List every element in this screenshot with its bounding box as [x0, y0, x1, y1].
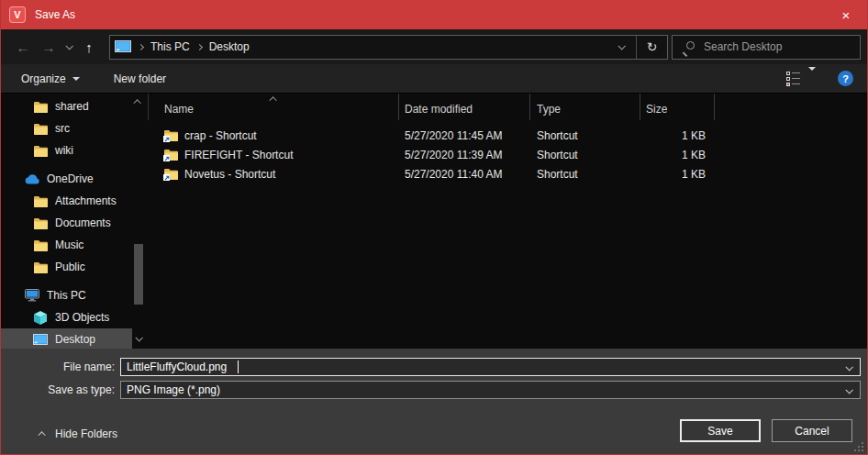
text-caret	[238, 361, 239, 373]
date-modified-cell: 5/27/2020 11:40 AM	[398, 168, 529, 181]
new-folder-button[interactable]: New folder	[114, 72, 166, 85]
sidebar-item-3d-objects[interactable]: 3D Objects	[1, 306, 148, 328]
file-name-cell: crap - Shortcut	[148, 129, 398, 142]
type-cell: Shortcut	[529, 168, 640, 181]
sidebar-spacer	[1, 161, 148, 168]
folder-icon	[33, 123, 48, 135]
sidebar-item-label: wiki	[55, 144, 73, 157]
folder-shortcut-icon	[164, 149, 178, 161]
scrollbar-thumb[interactable]	[134, 244, 143, 305]
sidebar-item-onedrive[interactable]: OneDrive	[1, 168, 148, 190]
titlebar: V Save As ×	[1, 0, 867, 29]
table-row[interactable]: Novetus - Shortcut5/27/2020 11:40 AMShor…	[148, 164, 867, 183]
breadcrumb: This PC Desktop	[110, 40, 606, 53]
scroll-up-icon[interactable]	[133, 99, 140, 106]
search-icon	[683, 41, 695, 53]
sidebar-item-label: Public	[55, 261, 85, 273]
sidebar-item-attachments[interactable]: Attachments	[1, 190, 148, 212]
triangle-down-icon	[808, 67, 816, 86]
sidebar-scrollbar[interactable]	[133, 94, 145, 349]
navigation-bar: ← → ↑ This PC Desktop ↻	[1, 29, 867, 64]
hide-folders-label: Hide Folders	[55, 427, 117, 440]
hide-folders-button[interactable]: Hide Folders	[40, 427, 117, 440]
shortcut-arrow-icon	[163, 174, 170, 181]
scroll-down-icon[interactable]	[135, 334, 142, 341]
sidebar-item-music[interactable]: Music	[1, 234, 148, 256]
vivaldi-app-icon: V	[9, 6, 26, 23]
chevron-down-icon[interactable]	[845, 363, 852, 371]
sidebar-item-label: Documents	[55, 216, 111, 229]
shortcut-arrow-icon	[163, 155, 170, 161]
refresh-button[interactable]: ↻	[637, 36, 667, 59]
file-rows: crap - Shortcut5/27/2020 11:45 AMShortcu…	[148, 126, 867, 183]
sidebar-item-documents[interactable]: Documents	[1, 212, 148, 234]
chevron-down-icon[interactable]	[845, 386, 852, 394]
type-cell: Shortcut	[529, 129, 640, 142]
chevron-down-icon	[65, 42, 72, 50]
triangle-down-icon	[72, 77, 80, 81]
table-row[interactable]: FIREFIGHT - Shortcut5/27/2020 11:39 AMSh…	[148, 145, 867, 164]
size-cell: 1 KB	[640, 129, 714, 142]
help-button[interactable]: ?	[838, 71, 853, 86]
command-toolbar: Organize New folder ?	[1, 64, 867, 94]
sidebar-item-public[interactable]: Public	[1, 256, 148, 278]
search-placeholder: Search Desktop	[704, 40, 782, 53]
save-button[interactable]: Save	[680, 419, 761, 442]
organize-button[interactable]: Organize	[21, 72, 80, 85]
close-button[interactable]: ×	[825, 0, 867, 29]
file-list: Name Date modified Type Size crap - Shor…	[148, 94, 867, 349]
new-folder-label: New folder	[114, 72, 166, 85]
save-as-dialog: V Save As × ← → ↑ This PC Desktop	[0, 0, 868, 455]
chevron-right-icon	[196, 43, 203, 50]
folder-icon	[33, 145, 48, 157]
cancel-button[interactable]: Cancel	[772, 419, 852, 442]
resize-grip[interactable]	[854, 442, 864, 452]
navigation-pane: sharedsrcwikiOneDriveAttachmentsDocument…	[1, 94, 148, 349]
sidebar-item-label: Attachments	[55, 194, 117, 207]
sidebar-item-desktop[interactable]: Desktop	[1, 328, 132, 349]
sidebar-item-label: Music	[55, 239, 83, 251]
folder-icon	[33, 217, 48, 229]
sidebar-item-this-pc[interactable]: This PC	[1, 284, 148, 306]
pc-icon	[25, 289, 39, 302]
file-name-text: crap - Shortcut	[184, 129, 257, 142]
column-header-type[interactable]: Type	[530, 94, 640, 120]
search-input[interactable]: Search Desktop	[672, 35, 861, 60]
chevron-right-icon	[138, 43, 144, 50]
save-as-type-select[interactable]: PNG Image (*.png)	[120, 381, 861, 399]
folder-icon	[33, 195, 48, 207]
file-name-input[interactable]: LittleFluffyCloud.png	[120, 358, 861, 376]
window-title: Save As	[35, 8, 75, 21]
column-header-size[interactable]: Size	[640, 94, 715, 120]
recent-locations-button[interactable]	[61, 44, 76, 50]
sidebar-item-label: shared	[55, 100, 89, 113]
file-name-text: FIREFIGHT - Shortcut	[184, 149, 293, 161]
file-name-row: File name: LittleFluffyCloud.png	[1, 358, 867, 376]
table-row[interactable]: crap - Shortcut5/27/2020 11:45 AMShortcu…	[148, 126, 867, 145]
save-fields: File name: LittleFluffyCloud.png Save as…	[1, 349, 867, 414]
address-dropdown-button[interactable]	[606, 36, 636, 59]
sidebar-spacer	[1, 278, 148, 284]
save-as-type-value: PNG Image (*.png)	[127, 383, 220, 396]
file-name-label: File name:	[1, 361, 120, 373]
address-bar[interactable]: This PC Desktop ↻	[109, 35, 668, 60]
back-button[interactable]: ←	[10, 40, 36, 54]
chevron-down-icon	[618, 42, 625, 50]
breadcrumb-this-pc[interactable]: This PC	[150, 40, 190, 53]
folder-icon	[33, 261, 48, 273]
sidebar-item-src[interactable]: src	[1, 117, 148, 139]
column-header-date-modified[interactable]: Date modified	[399, 94, 530, 120]
sidebar-item-shared[interactable]: shared	[1, 95, 148, 117]
file-list-header: Name Date modified Type Size	[148, 94, 867, 120]
breadcrumb-desktop[interactable]: Desktop	[209, 40, 250, 53]
folder-icon	[33, 239, 48, 251]
sidebar-item-wiki[interactable]: wiki	[1, 139, 148, 161]
details-view-icon[interactable]	[786, 72, 800, 86]
up-button[interactable]: ↑	[76, 40, 102, 54]
views-dropdown-button[interactable]	[808, 71, 816, 87]
forward-button[interactable]: →	[36, 40, 61, 54]
dialog-footer: Hide Folders Save Cancel	[1, 414, 867, 454]
save-as-type-label: Save as type:	[1, 383, 120, 396]
sidebar-item-label: Desktop	[55, 333, 95, 346]
size-cell: 1 KB	[640, 149, 714, 161]
